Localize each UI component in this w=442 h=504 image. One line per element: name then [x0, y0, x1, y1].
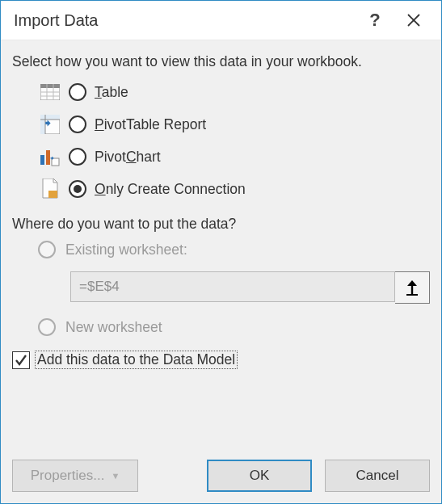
view-section-label: Select how you want to view this data in… [12, 53, 430, 70]
option-connection-only[interactable]: Only Create Connection [40, 178, 430, 200]
button-row: Properties... ▼ OK Cancel [12, 445, 430, 492]
option-connection-only-radio[interactable] [69, 180, 86, 198]
help-button[interactable]: ? [359, 4, 391, 36]
put-options: Existing worksheet: New worksheet [38, 241, 430, 336]
help-icon: ? [369, 10, 380, 31]
pivottable-icon [40, 114, 61, 135]
close-icon [406, 13, 421, 27]
view-options: Table PivotTable Report [40, 82, 430, 200]
option-table[interactable]: Table [40, 82, 430, 103]
put-existing-label: Existing worksheet: [65, 242, 187, 258]
svg-rect-10 [40, 115, 45, 134]
svg-rect-14 [46, 150, 50, 165]
option-pivotchart-label: PivotChart [95, 149, 161, 166]
chevron-down-icon: ▼ [111, 471, 120, 481]
svg-rect-3 [40, 84, 60, 88]
option-pivotchart-radio[interactable] [69, 148, 86, 166]
cell-ref-row [70, 271, 430, 304]
add-to-model-label: Add this data to the Data Model [35, 351, 238, 369]
svg-rect-15 [52, 158, 59, 166]
put-section-label: Where do you want to put the data? [12, 216, 430, 233]
put-new-radio [38, 318, 56, 336]
properties-label: Properties... [31, 468, 105, 484]
option-table-radio[interactable] [69, 83, 86, 101]
option-pivottable-radio[interactable] [69, 116, 86, 133]
option-table-label: Table [95, 84, 128, 101]
titlebar: Import Data ? [1, 1, 441, 40]
collapse-dialog-icon [405, 279, 419, 296]
put-new-label: New worksheet [65, 319, 162, 336]
cell-ref-picker-button[interactable] [395, 271, 430, 304]
dialog-content: Select how you want to view this data in… [1, 40, 441, 503]
checkmark-icon [15, 354, 27, 367]
put-section: Where do you want to put the data? Exist… [12, 216, 430, 336]
put-existing-radio [38, 241, 56, 258]
put-new: New worksheet [38, 318, 430, 336]
cell-ref-input [70, 271, 395, 302]
option-connection-only-label: Only Create Connection [95, 181, 246, 198]
svg-rect-16 [48, 191, 57, 198]
dialog-title: Import Data [14, 11, 352, 30]
option-pivottable[interactable]: PivotTable Report [40, 114, 430, 135]
close-button[interactable] [398, 4, 430, 36]
connection-icon [40, 178, 61, 200]
option-pivotchart[interactable]: PivotChart [40, 146, 430, 167]
add-to-model-checkbox[interactable] [12, 351, 30, 369]
option-pivottable-label: PivotTable Report [95, 116, 206, 133]
pivotchart-icon [40, 146, 61, 167]
properties-button: Properties... ▼ [12, 460, 138, 492]
table-icon [40, 82, 61, 103]
add-to-model-row[interactable]: Add this data to the Data Model [12, 351, 430, 369]
import-data-dialog: Import Data ? Select how you want to vie… [0, 0, 442, 504]
put-existing: Existing worksheet: [38, 241, 430, 258]
svg-rect-13 [40, 155, 44, 165]
svg-marker-18 [407, 280, 417, 286]
cancel-button[interactable]: Cancel [325, 460, 430, 492]
ok-button[interactable]: OK [207, 460, 312, 492]
